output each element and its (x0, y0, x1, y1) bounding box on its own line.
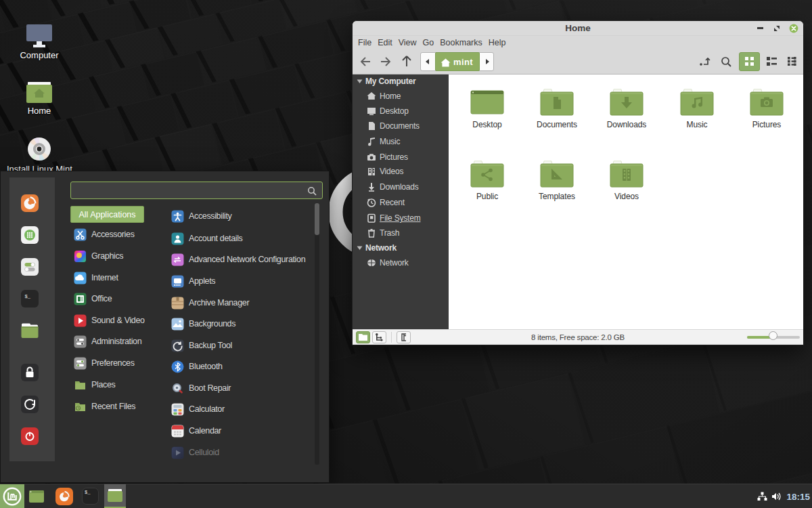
svg-text:$_: $_ (24, 294, 30, 299)
